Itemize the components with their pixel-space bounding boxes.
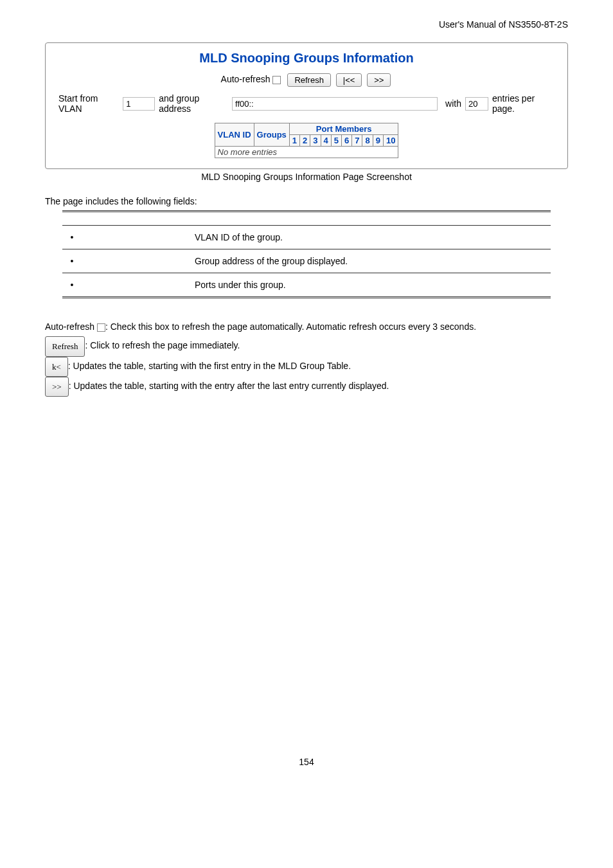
bullet-icon: • — [66, 256, 78, 266]
group-address-input[interactable]: ff00:: — [232, 97, 438, 111]
refresh-button[interactable]: Refresh — [287, 73, 331, 87]
autorefresh-label: Auto-refresh — [221, 74, 271, 84]
port-col: 9 — [373, 135, 383, 147]
groups-table: VLAN ID Groups Port Members 1 2 3 4 5 6 … — [215, 123, 399, 158]
table-row: • Ports under this group. — [62, 273, 551, 298]
col-groups: Groups — [254, 123, 289, 147]
col-port-members: Port Members — [289, 123, 398, 135]
field-desc: Group address of the group displayed. — [191, 249, 551, 273]
filter-label: Start from VLAN — [58, 93, 119, 114]
port-col: 1 — [289, 135, 299, 147]
vlan-input[interactable]: 1 — [123, 97, 155, 111]
filter-label: with — [445, 98, 461, 109]
col-vlan-id: VLAN ID — [215, 123, 254, 147]
note-text: : Click to refresh the page immediately. — [85, 341, 240, 351]
table-row: • Group address of the group displayed. — [62, 249, 551, 273]
checkbox-icon — [97, 323, 105, 332]
port-col: 2 — [300, 135, 310, 147]
panel-controls: Auto-refresh Refresh |<< >> — [58, 73, 555, 87]
port-col: 10 — [383, 135, 398, 147]
button-notes: Auto-refresh : Check this box to refresh… — [45, 318, 568, 397]
note-text: : Updates the table, starting with the e… — [69, 381, 389, 391]
page-header: User's Manual of NS3550-8T-2S — [45, 19, 568, 30]
field-desc: Ports under this group. — [191, 273, 551, 298]
filter-label: entries per page. — [492, 93, 555, 114]
next-button-icon: >> — [45, 377, 69, 397]
no-more-entries: No more entries — [215, 147, 398, 158]
screenshot-caption: MLD Snooping Groups Information Page Scr… — [45, 172, 568, 182]
refresh-button-icon: Refresh — [45, 336, 85, 356]
field-desc: VLAN ID of the group. — [191, 226, 551, 249]
filter-row: Start from VLAN 1 and group address ff00… — [58, 93, 555, 114]
note-text: : Check this box to refresh the page aut… — [105, 321, 476, 332]
port-col: 7 — [352, 135, 362, 147]
port-col: 3 — [310, 135, 321, 147]
bullet-icon: • — [66, 280, 78, 290]
note-text: : Updates the table, starting with the f… — [68, 361, 351, 371]
first-page-button[interactable]: |<< — [336, 73, 362, 87]
bullet-icon: • — [66, 232, 78, 242]
first-button-icon: k< — [45, 357, 68, 377]
intro-text: The page includes the following fields: — [45, 196, 568, 206]
table-row: • VLAN ID of the group. — [62, 226, 551, 249]
screenshot-panel: MLD Snooping Groups Information Auto-ref… — [45, 42, 568, 169]
port-col: 6 — [342, 135, 352, 147]
port-col: 4 — [321, 135, 331, 147]
note-label: Auto-refresh — [45, 321, 94, 332]
port-col: 5 — [331, 135, 341, 147]
autorefresh-checkbox[interactable] — [272, 76, 281, 84]
fields-table: • VLAN ID of the group. • Group address … — [62, 210, 551, 298]
entries-input[interactable]: 20 — [465, 97, 488, 111]
filter-label: and group address — [159, 93, 228, 114]
port-col: 8 — [362, 135, 373, 147]
page-number: 154 — [45, 757, 568, 767]
panel-title: MLD Snooping Groups Information — [58, 51, 555, 66]
next-page-button[interactable]: >> — [367, 73, 391, 87]
